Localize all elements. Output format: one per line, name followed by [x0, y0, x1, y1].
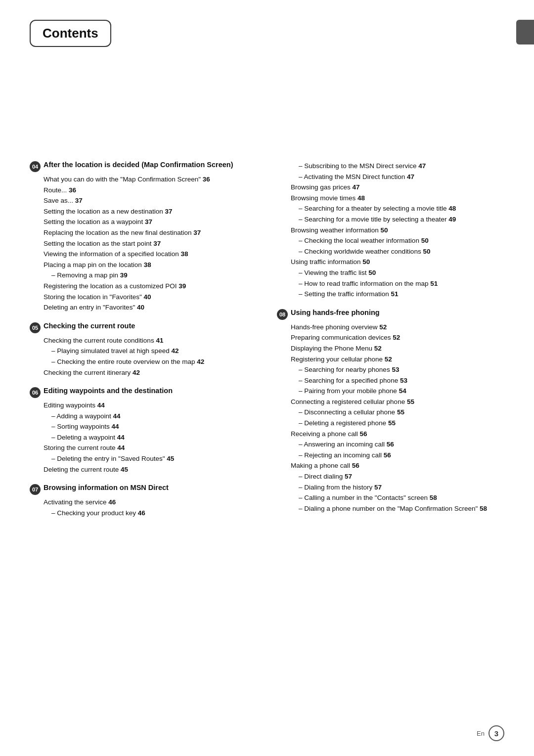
entry: Storing the location in "Favorites" 40: [44, 292, 257, 303]
entry: Browsing gas prices 47: [291, 182, 504, 193]
sub-entry: Checking the local weather information 5…: [299, 235, 504, 246]
section-title: Checking the current route: [44, 322, 135, 330]
sub-entry: Removing a map pin 39: [51, 270, 257, 281]
sub-entry: Activating the MSN Direct function 47: [299, 172, 504, 182]
entry: Registering the location as a customized…: [44, 281, 257, 292]
section: 04After the location is decided (Map Con…: [30, 161, 257, 313]
sub-entry: Setting the traffic information 51: [299, 289, 504, 300]
entry: Displaying the Phone Menu 52: [291, 343, 504, 354]
sub-entry: Rejecting an incoming call 56: [299, 450, 504, 461]
sub-entry: Dialing a phone number on the "Map Confi…: [299, 503, 504, 514]
sub-entry: Calling a number in the "Contacts" scree…: [299, 492, 504, 503]
entry: Replacing the location as the new final …: [44, 227, 257, 238]
section-title: After the location is decided (Map Confi…: [44, 161, 233, 169]
sub-entry: How to read traffic information on the m…: [299, 278, 504, 289]
entry: Setting the location as a new destinatio…: [44, 206, 257, 217]
sub-entry: Pairing from your mobile phone 54: [299, 386, 504, 397]
sub-entry: Deleting a waypoint 44: [51, 432, 257, 443]
section-header: 06Editing waypoints and the destination: [30, 387, 257, 398]
section-title: Browsing information on MSN Direct: [44, 484, 169, 491]
entry: Viewing the information of a specified l…: [44, 249, 257, 260]
entry: Using traffic information 50: [291, 257, 504, 267]
section-header: 07Browsing information on MSN Direct: [30, 484, 257, 495]
entry: Hands-free phoning overview 52: [291, 322, 504, 333]
sub-entry: Searching for a specified phone 53: [299, 375, 504, 386]
section-title: Using hands-free phoning: [291, 309, 380, 316]
page-title: Contents: [43, 26, 98, 41]
entry: Route... 36: [44, 185, 257, 196]
sub-entry: Checking your product key 46: [51, 508, 257, 519]
sub-entry: Adding a waypoint 44: [51, 411, 257, 422]
entry: Activating the service 46: [44, 497, 257, 508]
section: 05Checking the current routeChecking the…: [30, 322, 257, 378]
sub-entry: Answering an incoming call 56: [299, 439, 504, 450]
entry: Placing a map pin on the location 38: [44, 260, 257, 270]
continued-section: Subscribing to the MSN Direct service 47…: [277, 161, 504, 300]
contents-header: Contents: [30, 20, 111, 47]
sub-entry: Direct dialing 57: [299, 471, 504, 482]
left-column: 04After the location is decided (Map Con…: [30, 161, 257, 527]
entry: Checking the current itinerary 42: [44, 367, 257, 378]
sub-entry: Searching for a movie title by selecting…: [299, 214, 504, 225]
entry: Deleting an entry in "Favorites" 40: [44, 302, 257, 313]
section-num: 05: [30, 322, 41, 333]
section: 08Using hands-free phoningHands-free pho…: [277, 309, 504, 514]
page: Contents 04After the location is decided…: [0, 0, 534, 756]
entry: Preparing communication devices 52: [291, 332, 504, 343]
entry: Checking the current route conditions 41: [44, 335, 257, 346]
sub-entry: Searching for nearby phones 53: [299, 364, 504, 375]
entry: Setting the location as a waypoint 37: [44, 217, 257, 227]
footer-page-num: 3: [489, 725, 504, 741]
section-num: 08: [277, 309, 288, 320]
sub-entry: Deleting a registered phone 55: [299, 418, 504, 429]
section-num: 06: [30, 387, 41, 398]
entry: Browsing weather information 50: [291, 225, 504, 236]
sub-entry: Deleting the entry in "Saved Routes" 45: [51, 453, 257, 464]
sub-entry: Viewing the traffic list 50: [299, 267, 504, 278]
section-num: 07: [30, 484, 41, 495]
section: 06Editing waypoints and the destinationE…: [30, 387, 257, 475]
sub-entry: Searching for a theater by selecting a m…: [299, 203, 504, 214]
entry: Editing waypoints 44: [44, 400, 257, 411]
entry: Deleting the current route 45: [44, 464, 257, 475]
sub-entry: Disconnecting a cellular phone 55: [299, 407, 504, 418]
content-area: 04After the location is decided (Map Con…: [30, 161, 504, 527]
entry: Registering your cellular phone 52: [291, 354, 504, 365]
entry: Connecting a registered cellular phone 5…: [291, 397, 504, 407]
section: 07Browsing information on MSN DirectActi…: [30, 484, 257, 518]
entry: Setting the location as the start point …: [44, 238, 257, 249]
entry: Storing the current route 44: [44, 443, 257, 453]
page-tab: [516, 20, 534, 44]
entry: Making a phone call 56: [291, 460, 504, 471]
entry: Browsing movie times 48: [291, 193, 504, 204]
footer: En 3: [477, 725, 504, 741]
sub-entry: Sorting waypoints 44: [51, 421, 257, 432]
right-column: Subscribing to the MSN Direct service 47…: [277, 161, 504, 527]
sub-entry: Subscribing to the MSN Direct service 47: [299, 161, 504, 172]
section-num: 04: [30, 161, 41, 172]
footer-lang: En: [477, 730, 485, 737]
entry: What you can do with the "Map Confirmati…: [44, 174, 257, 185]
sub-entry: Checking worldwide weather conditions 50: [299, 246, 504, 257]
section-header: 05Checking the current route: [30, 322, 257, 333]
sub-entry: Checking the entire route overview on th…: [51, 356, 257, 367]
entry: Receiving a phone call 56: [291, 429, 504, 440]
section-header: 08Using hands-free phoning: [277, 309, 504, 320]
sub-entry: Dialing from the history 57: [299, 482, 504, 493]
sub-entry: Playing simulated travel at high speed 4…: [51, 346, 257, 356]
section-title: Editing waypoints and the destination: [44, 387, 173, 395]
entry: Save as... 37: [44, 195, 257, 206]
section-header: 04After the location is decided (Map Con…: [30, 161, 257, 172]
